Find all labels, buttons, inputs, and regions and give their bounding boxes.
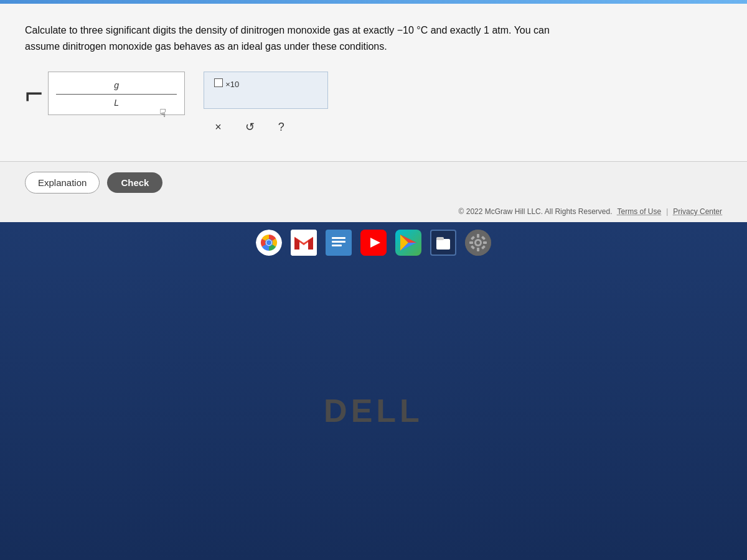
bottom-bar: Explanation Check bbox=[0, 162, 747, 203]
answer-area: ⌐ g L ☟ ×10 × ↺ ? bbox=[25, 72, 722, 136]
svg-rect-21 bbox=[436, 237, 444, 240]
svg-rect-28 bbox=[483, 241, 487, 244]
help-button[interactable]: ? bbox=[273, 118, 289, 136]
chrome-icon bbox=[256, 230, 282, 256]
fraction-numerator: g bbox=[56, 80, 177, 95]
gmail-icon bbox=[291, 230, 317, 256]
denominator-unit: L bbox=[114, 98, 119, 108]
taskbar: DELL bbox=[0, 222, 747, 560]
numerator-unit: g bbox=[114, 80, 119, 90]
files-icon bbox=[433, 233, 453, 253]
svg-point-6 bbox=[266, 240, 271, 245]
privacy-center-link[interactable]: Privacy Center bbox=[673, 207, 722, 216]
taskbar-icon-chrome[interactable] bbox=[256, 230, 282, 256]
bracket-left: ⌐ bbox=[25, 78, 43, 109]
dell-branding-area: DELL bbox=[0, 261, 747, 560]
taskbar-icons bbox=[0, 222, 747, 261]
taskbar-icon-youtube[interactable] bbox=[360, 230, 387, 256]
playstore-icon bbox=[395, 230, 421, 256]
close-button[interactable]: × bbox=[210, 118, 227, 136]
terms-of-use-link[interactable]: Terms of Use bbox=[617, 207, 661, 216]
taskbar-icon-gmail[interactable] bbox=[291, 230, 317, 256]
svg-rect-11 bbox=[332, 245, 342, 246]
action-buttons: × ↺ ? bbox=[204, 118, 328, 136]
dell-logo: DELL bbox=[324, 392, 423, 429]
svg-rect-26 bbox=[477, 248, 479, 251]
taskbar-icon-docs[interactable] bbox=[326, 230, 352, 256]
taskbar-icon-settings[interactable] bbox=[465, 230, 491, 256]
question-text: Calculate to three significant digits th… bbox=[25, 22, 585, 54]
x10-container: ×10 bbox=[204, 72, 328, 109]
svg-rect-20 bbox=[436, 239, 450, 250]
main-content-area: Calculate to three significant digits th… bbox=[0, 4, 747, 161]
svg-rect-10 bbox=[332, 241, 345, 243]
svg-rect-9 bbox=[332, 237, 345, 239]
footer-bar: © 2022 McGraw Hill LLC. All Rights Reser… bbox=[0, 203, 747, 222]
explanation-button[interactable]: Explanation bbox=[25, 172, 100, 194]
fraction-box[interactable]: g L bbox=[48, 72, 185, 115]
dell-logo-text: DELL bbox=[324, 393, 423, 429]
settings-icon bbox=[465, 230, 491, 256]
svg-rect-25 bbox=[477, 234, 479, 238]
taskbar-icon-files[interactable] bbox=[430, 230, 456, 256]
fraction-input-container: ⌐ g L ☟ bbox=[25, 72, 185, 115]
footer-separator: | bbox=[666, 207, 668, 216]
svg-point-24 bbox=[476, 241, 480, 245]
right-section: ×10 × ↺ ? bbox=[204, 72, 328, 136]
x10-label: ×10 bbox=[225, 80, 239, 89]
svg-rect-27 bbox=[469, 241, 473, 244]
docs-icon bbox=[328, 232, 349, 253]
undo-button[interactable]: ↺ bbox=[240, 118, 260, 136]
check-button[interactable]: Check bbox=[107, 172, 162, 193]
copyright-text: © 2022 McGraw Hill LLC. All Rights Reser… bbox=[459, 207, 613, 216]
fraction-denominator: L bbox=[56, 95, 177, 108]
youtube-icon bbox=[360, 230, 387, 256]
exponent-input-box[interactable] bbox=[214, 78, 223, 87]
taskbar-icon-playstore[interactable] bbox=[395, 230, 421, 256]
